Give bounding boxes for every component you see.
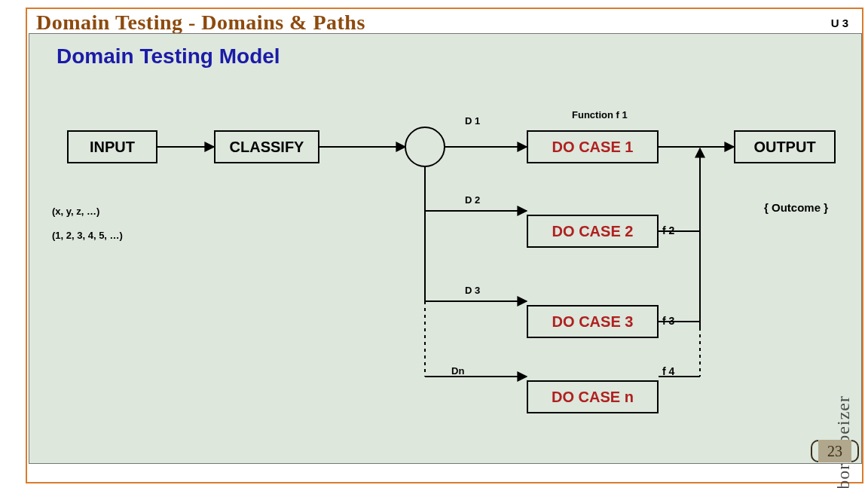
case3-box: DO CASE 3	[527, 305, 659, 338]
d2-label: D 2	[465, 194, 480, 206]
case2-box: DO CASE 2	[527, 215, 659, 248]
input-example-2: (1, 2, 3, 4, 5, …)	[52, 230, 123, 241]
input-box: INPUT	[67, 130, 157, 163]
dn-label: Dn	[451, 365, 464, 377]
outcome-label: { Outcome }	[764, 201, 828, 214]
diagram-connectors	[29, 34, 863, 465]
f2-label: f 2	[662, 224, 674, 236]
d3-label: D 3	[465, 285, 480, 296]
function-f1-label: Function f 1	[572, 109, 628, 120]
output-box: OUTPUT	[734, 130, 836, 163]
unit-label: U 3	[831, 17, 848, 29]
f4-label: f 4	[662, 365, 674, 377]
content-panel: Domain Testing Model	[29, 33, 862, 464]
classify-box: CLASSIFY	[214, 130, 319, 163]
svg-point-0	[405, 127, 445, 166]
casen-box: DO CASE n	[527, 380, 659, 413]
slide: Domain Testing - Domains & Paths U 3 Dom…	[0, 0, 868, 488]
d1-label: D 1	[465, 115, 480, 127]
f3-label: f 3	[662, 315, 674, 327]
page-number: 23	[818, 440, 851, 462]
case1-box: DO CASE 1	[527, 130, 659, 163]
header-title: Domain Testing - Domains & Paths	[36, 11, 365, 35]
input-example-1: (x, y, z, …)	[52, 206, 99, 217]
